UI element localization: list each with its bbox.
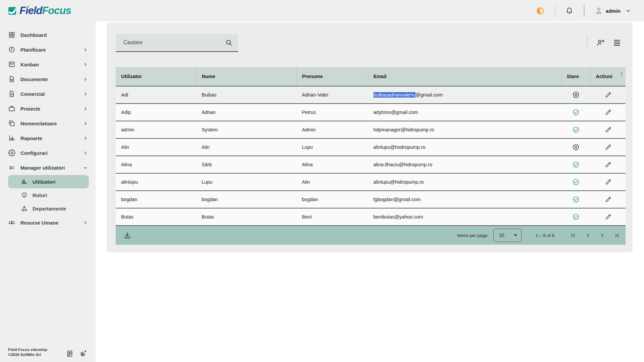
sidebar-item-utilizatori[interactable]: Utilizatori (8, 175, 89, 188)
email-text: fgbogdan@gmail.com (373, 197, 421, 202)
card-toolbar (587, 36, 622, 49)
clock-icon (8, 46, 15, 53)
edit-pencil-icon[interactable] (604, 178, 612, 186)
email-text: alinlupu@hodropump.ro (373, 144, 425, 150)
sidebar-item-documente[interactable]: Documente (0, 72, 96, 86)
email-text: hdpmanager@hidropump.ro (373, 127, 434, 132)
check-circle-icon (572, 213, 580, 221)
edit-pencil-icon[interactable] (604, 213, 612, 221)
cell-actiuni (590, 104, 626, 121)
chevron-down-icon (83, 166, 88, 170)
topbar-right: admin (536, 5, 633, 17)
table-row[interactable]: alinlupu Lupu Alin alinlupu@hidropump.ro (116, 173, 626, 191)
table-row[interactable]: Adip Adrian Petrus adytmro@gmail.com (116, 104, 626, 121)
logo-text: FieldFocus (19, 5, 71, 17)
sidebar-item-label: Proiecte (20, 106, 40, 112)
release-notes-icon[interactable] (66, 350, 73, 357)
app-logo[interactable]: FieldFocus (8, 5, 71, 17)
sidebar-item-manager-utilizatori[interactable]: Manager utilizatori (0, 160, 96, 175)
person-icon[interactable] (594, 6, 603, 15)
sidebar-item-rapoarte[interactable]: Rapoarte (0, 131, 96, 145)
search-icon[interactable] (225, 39, 233, 47)
sidebar-item-label: Planificare (20, 47, 46, 53)
col-email: Email (368, 67, 561, 86)
dashboard-icon (8, 31, 15, 39)
chevron-down-icon[interactable] (624, 6, 633, 15)
chevron-right-icon (83, 221, 88, 225)
kanban-icon (8, 61, 15, 68)
users-table: Utilizator Nume Prenume Email Stare Acti… (116, 67, 626, 245)
col-stare: Stare (561, 67, 590, 86)
sidebar-item-label: Utilizatori (33, 179, 55, 185)
email-text: alinlupu@hidropump.ro (373, 179, 424, 185)
edit-pencil-icon[interactable] (604, 143, 612, 151)
user-manager-icon (8, 164, 15, 171)
chevron-left-icon[interactable] (584, 232, 591, 239)
cell-email: alinlupu@hidropump.ro (368, 173, 561, 191)
edit-pencil-icon[interactable] (604, 109, 612, 116)
sidebar-item-label: Resurse Umane (20, 220, 58, 226)
cell-prenume: Petrus (297, 104, 368, 121)
chevron-right-icon[interactable] (599, 232, 606, 239)
table-row[interactable]: Alin Alin Lupu alinlupu@hodropump.ro (116, 138, 626, 156)
kebab-menu-icon[interactable] (619, 71, 624, 77)
cell-prenume: Admin (297, 121, 368, 138)
bell-icon[interactable] (565, 6, 574, 15)
sidebar-item-label: Manager utilizatori (20, 165, 65, 171)
cell-nume: Lupu (196, 173, 297, 191)
search-placeholder: Cautare (123, 40, 143, 46)
gear-icon (8, 149, 15, 157)
email-text: benibutas@yahoo.com (373, 214, 423, 220)
list-icon[interactable] (612, 38, 622, 47)
sidebar-item-comercial[interactable]: $ Comercial (0, 86, 96, 101)
edit-pencil-icon[interactable] (604, 196, 612, 203)
items-per-page-select[interactable]: 10 (493, 229, 522, 242)
sidebar-item-roluri[interactable]: Roluri (8, 188, 89, 202)
sidebar-item-planificare[interactable]: Planificare (0, 42, 96, 57)
cell-nume: Sârb (196, 156, 297, 173)
cell-email: benibutas@yahoo.com (368, 208, 561, 226)
last-page-icon[interactable] (613, 232, 620, 239)
sidebar-item-label: Documente (20, 76, 48, 82)
table-row[interactable]: admin System Admin hdpmanager@hidropump.… (116, 121, 626, 138)
username[interactable]: admin (606, 8, 621, 14)
edit-pencil-icon[interactable] (604, 161, 612, 168)
sidebar-item-proiecte[interactable]: Proiecte (0, 101, 96, 116)
table-row[interactable]: Adi Buibas Adrian-Valer buibasadrianvale… (116, 86, 626, 104)
cell-actiuni (590, 156, 626, 173)
contrast-icon[interactable] (536, 6, 545, 15)
edit-pencil-icon[interactable] (604, 91, 612, 99)
svg-text:$: $ (11, 93, 12, 96)
cell-nume: System (196, 121, 297, 138)
email-selected-text: buibasadrianvaleriu (373, 92, 416, 98)
sidebar-item-nomenclatoare[interactable]: Nomenclatoare (0, 116, 96, 131)
table-row[interactable]: bogdan bogdan bogdan fgbogdan@gmail.com (116, 191, 626, 208)
table-body: Adi Buibas Adrian-Valer buibasadrianvale… (116, 86, 626, 226)
app-version: Field Focus vdevelop (8, 347, 47, 352)
first-page-icon[interactable] (570, 232, 577, 239)
person-add-icon[interactable] (596, 38, 605, 47)
groups-icon (8, 219, 15, 226)
search-input[interactable]: Cautare (116, 34, 238, 52)
edit-pencil-icon[interactable] (604, 126, 612, 133)
table-row[interactable]: Butas Butas Beni benibutas@yahoo.com (116, 208, 626, 226)
download-icon[interactable] (123, 231, 131, 240)
cell-email: fgbogdan@gmail.com (368, 191, 561, 208)
cell-stare (561, 156, 590, 173)
cell-nume: Butas (196, 208, 297, 226)
copy-icon (8, 120, 15, 127)
cell-actiuni (590, 191, 626, 208)
table-row[interactable]: Alina Sârb Alina alina.lihaciu@hidropump… (116, 156, 626, 173)
sidebar-item-resurse-umane[interactable]: Resurse Umane (0, 215, 96, 230)
cell-utilizator: alinlupu (116, 173, 196, 191)
sidebar-item-configurari[interactable]: Configurari (0, 145, 96, 160)
invoice-icon: $ (8, 90, 15, 98)
col-utilizator: Utilizator (116, 67, 196, 86)
gear-plus-icon[interactable] (79, 350, 87, 357)
sidebar-item-kanban[interactable]: Kanban (0, 57, 96, 72)
sidebar-item-label: Roluri (33, 192, 47, 198)
sidebar-item-departamente[interactable]: Departamente (8, 202, 89, 215)
table-footer: Items per page: 10 1 – 8 of 8 (116, 226, 626, 245)
cell-email: hdpmanager@hidropump.ro (368, 121, 561, 138)
sidebar-item-dashboard[interactable]: Dashboard (0, 27, 96, 42)
